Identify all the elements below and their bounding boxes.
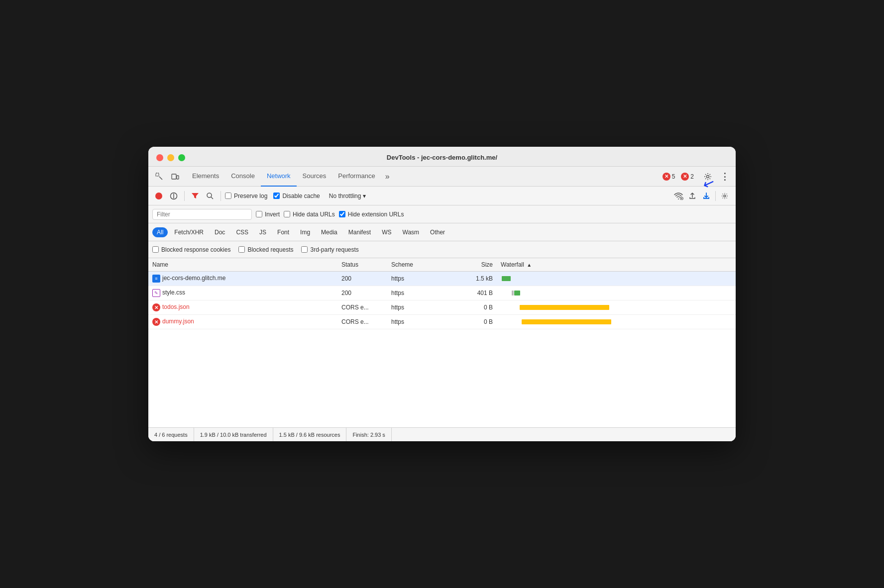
filter-row: Invert Hide data URLs Hide extension URL… xyxy=(148,205,736,223)
toolbar-right: ↙ xyxy=(671,189,732,203)
table-row[interactable]: ✕todos.jsonCORS e...https0 B xyxy=(148,300,736,315)
type-btn-manifest[interactable]: Manifest xyxy=(344,227,375,237)
name-cell: ✕todos.json xyxy=(148,300,337,315)
search-button[interactable] xyxy=(204,190,217,202)
upload-icon[interactable] xyxy=(685,189,699,203)
close-button[interactable] xyxy=(156,154,163,161)
preserve-log-checkbox[interactable] xyxy=(225,193,231,199)
type-btn-js[interactable]: JS xyxy=(255,227,271,237)
type-btn-fetch-xhr[interactable]: Fetch/XHR xyxy=(170,227,208,237)
tab-performance[interactable]: Performance xyxy=(332,167,381,187)
size-cell: 0 B xyxy=(447,315,497,329)
size-cell: 1.5 kB xyxy=(447,272,497,286)
download-icon[interactable]: ↙ xyxy=(699,189,713,203)
type-btn-doc[interactable]: Doc xyxy=(210,227,229,237)
record-button[interactable] xyxy=(152,190,165,202)
scheme-cell: https xyxy=(387,286,447,300)
name-cell: ✎style.css xyxy=(148,286,337,300)
third-party-label[interactable]: 3rd-party requests xyxy=(301,246,358,253)
scheme-cell: https xyxy=(387,300,447,315)
type-btn-font[interactable]: Font xyxy=(273,227,294,237)
more-options-icon[interactable]: ⋮ xyxy=(718,170,732,184)
row-name: todos.json xyxy=(162,303,190,310)
name-cell: ≡jec-cors-demo.glitch.me xyxy=(148,272,337,286)
row-name: jec-cors-demo.glitch.me xyxy=(162,275,225,282)
nav-tabs: Elements Console Network Sources Perform… xyxy=(148,167,736,187)
table-row[interactable]: ≡jec-cors-demo.glitch.me200https1.5 kB xyxy=(148,272,736,286)
type-btn-other[interactable]: Other xyxy=(426,227,449,237)
minimize-button[interactable] xyxy=(167,154,174,161)
devtools-body: Elements Console Network Sources Perform… xyxy=(148,167,736,441)
warning-icon: ✕ xyxy=(681,173,689,181)
type-btn-media[interactable]: Media xyxy=(317,227,342,237)
clear-button[interactable] xyxy=(167,190,180,202)
svg-point-7 xyxy=(207,193,212,197)
finish-status: Finish: 2.93 s xyxy=(346,428,391,441)
waterfall-cell xyxy=(497,300,736,315)
third-party-checkbox[interactable] xyxy=(301,246,308,253)
size-cell: 401 B xyxy=(447,286,497,300)
warning-badge[interactable]: ✕ 2 xyxy=(681,173,694,181)
svg-point-12 xyxy=(724,195,726,197)
inspect-element-icon[interactable] xyxy=(152,170,166,184)
type-btn-img[interactable]: Img xyxy=(296,227,315,237)
error-icon: ✕ xyxy=(663,173,670,181)
col-waterfall-header[interactable]: Waterfall ▲ xyxy=(497,258,736,272)
disable-cache-checkbox[interactable] xyxy=(273,193,280,199)
filter-input[interactable] xyxy=(152,209,252,220)
status-cell: CORS e... xyxy=(337,300,387,315)
col-name-header[interactable]: Name xyxy=(148,258,337,272)
hide-data-urls-label[interactable]: Hide data URLs xyxy=(284,211,335,218)
more-tabs-button[interactable]: » xyxy=(381,172,394,181)
network-toolbar: Preserve log Disable cache No throttling… xyxy=(148,187,736,205)
preserve-log-label[interactable]: Preserve log xyxy=(225,193,267,199)
svg-point-3 xyxy=(707,175,709,178)
tab-console[interactable]: Console xyxy=(225,167,261,187)
blocked-cookies-checkbox[interactable] xyxy=(152,246,159,253)
waterfall-cell xyxy=(497,286,736,300)
status-cell: CORS e... xyxy=(337,315,387,329)
col-scheme-header[interactable]: Scheme xyxy=(387,258,447,272)
warning-count: 2 xyxy=(690,173,694,180)
type-btn-wasm[interactable]: Wasm xyxy=(398,227,424,237)
error-badge[interactable]: ✕ 5 xyxy=(663,173,675,181)
scheme-cell: https xyxy=(387,272,447,286)
svg-point-4 xyxy=(155,193,162,199)
network-table: Name Status Scheme Size Waterfall ▲ ≡jec… xyxy=(148,258,736,329)
type-btn-css[interactable]: CSS xyxy=(231,227,253,237)
size-cell: 0 B xyxy=(447,300,497,315)
type-btn-all[interactable]: All xyxy=(152,227,168,237)
throttle-select[interactable]: No throttling ▾ xyxy=(326,192,369,200)
throttle-dropdown-arrow: ▾ xyxy=(363,193,366,199)
type-btn-ws[interactable]: WS xyxy=(377,227,396,237)
table-header-row: Name Status Scheme Size Waterfall ▲ xyxy=(148,258,736,272)
name-cell: ✕dummy.json xyxy=(148,315,337,329)
hide-extension-urls-label[interactable]: Hide extension URLs xyxy=(339,211,404,218)
status-cell: 200 xyxy=(337,286,387,300)
devtools-window: DevTools - jec-cors-demo.glitch.me/ xyxy=(148,147,736,441)
title-bar: DevTools - jec-cors-demo.glitch.me/ xyxy=(148,147,736,167)
table-row[interactable]: ✎style.css200https401 B xyxy=(148,286,736,300)
tab-elements[interactable]: Elements xyxy=(186,167,225,187)
hide-extension-urls-checkbox[interactable] xyxy=(339,211,345,217)
invert-label[interactable]: Invert xyxy=(256,211,280,218)
blocked-requests-checkbox[interactable] xyxy=(238,246,245,253)
invert-checkbox[interactable] xyxy=(256,211,262,217)
disable-cache-label[interactable]: Disable cache xyxy=(273,193,320,199)
tab-network[interactable]: Network xyxy=(261,167,297,187)
hide-data-urls-checkbox[interactable] xyxy=(284,211,290,217)
blocked-requests-label[interactable]: Blocked requests xyxy=(238,246,293,253)
col-size-header[interactable]: Size xyxy=(447,258,497,272)
maximize-button[interactable] xyxy=(178,154,185,161)
device-toolbar-icon[interactable] xyxy=(168,170,182,184)
table-row[interactable]: ✕dummy.jsonCORS e...https0 B xyxy=(148,315,736,329)
tab-sources[interactable]: Sources xyxy=(297,167,332,187)
filter-button[interactable] xyxy=(189,190,202,202)
col-status-header[interactable]: Status xyxy=(337,258,387,272)
network-settings-icon[interactable] xyxy=(718,189,732,203)
wifi-settings-icon[interactable] xyxy=(671,189,685,203)
nav-right: ✕ 5 ✕ 2 ⋮ xyxy=(663,170,732,184)
divider-2 xyxy=(221,191,221,201)
blocked-cookies-label[interactable]: Blocked response cookies xyxy=(152,246,230,253)
settings-icon[interactable] xyxy=(701,170,715,184)
